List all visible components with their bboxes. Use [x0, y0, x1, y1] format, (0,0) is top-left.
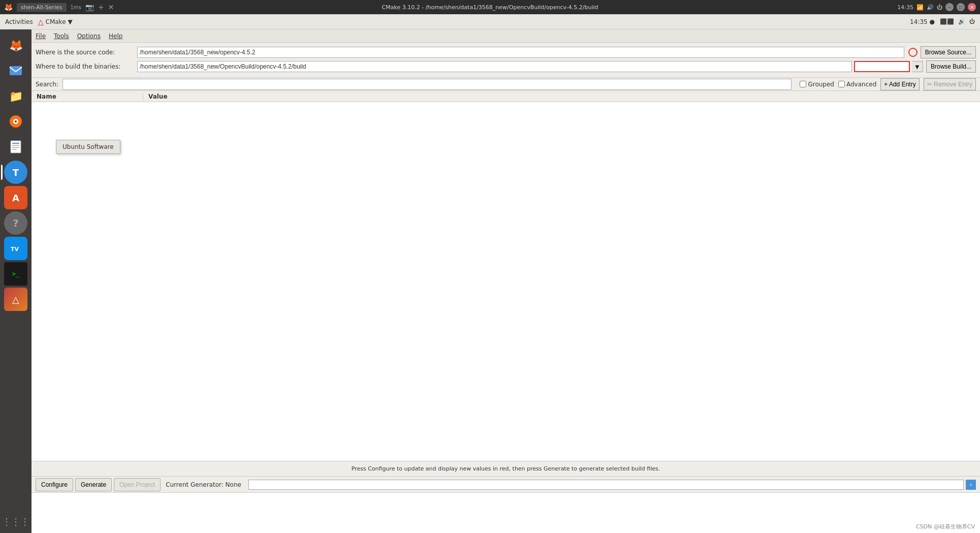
build-input[interactable] [137, 61, 852, 72]
status-message: Press Configure to update and display ne… [352, 465, 660, 472]
menu-tools[interactable]: Tools [54, 33, 69, 40]
col-name-header: Name [31, 93, 143, 100]
maximize-btn[interactable]: □ [957, 3, 965, 11]
system-tray: ⬛⬛ 🔊 ⏻ [940, 18, 975, 25]
close-btn[interactable]: ✕ [968, 3, 976, 11]
progress-bar [248, 480, 964, 490]
search-row: Search: Grouped Advanced + Add Entry ✂ R… [31, 78, 980, 91]
build-input-container: ▼ [137, 61, 923, 72]
cmake-menu[interactable]: △ CMake ▼ [38, 18, 73, 26]
source-input[interactable] [137, 47, 904, 58]
grouped-option[interactable]: Grouped [800, 81, 834, 88]
cmake-menu-label[interactable]: CMake [46, 18, 66, 25]
form-area: Where is the source code: Browse Source.… [31, 43, 980, 78]
sidebar-item-teamviewer[interactable]: TV [4, 237, 27, 260]
volume-tray-icon: 🔊 [958, 18, 965, 25]
network-tray-icon: ⬛⬛ [940, 18, 954, 25]
build-row: Where to build the binaries: ▼ Browse Bu… [36, 60, 976, 73]
sidebar-item-terminal[interactable]: >_ [4, 262, 27, 286]
search-options: Grouped Advanced + Add Entry ✂ Remove En… [800, 78, 976, 90]
source-code-row: Where is the source code: Browse Source.… [36, 46, 976, 59]
browse-source-btn[interactable]: Browse Source... [921, 46, 976, 58]
sidebar-item-mail[interactable] [4, 59, 27, 82]
main-layout: 🦊 📁 T A ? TV >_ △ ⋮⋮⋮ File [0, 29, 980, 533]
app-icon: 🦊 [4, 3, 13, 11]
build-label: Where to build the binaries: [36, 63, 137, 70]
tab-label[interactable]: shen-All-Series [17, 3, 67, 12]
system-time: 14:35 ● [910, 18, 935, 25]
activities-button[interactable]: Activities [5, 18, 33, 25]
sidebar-item-help[interactable]: ? [4, 211, 27, 235]
menu-options[interactable]: Options [77, 33, 101, 40]
col-value-header: Value [143, 93, 980, 100]
sidebar-item-files[interactable]: 📁 [4, 84, 27, 108]
table-area [31, 102, 980, 461]
bottom-buttons: Configure Generate Open Project Current … [31, 476, 980, 492]
title-bar-right: 14:35 📶 🔊 ⏻ − □ ✕ [897, 3, 976, 11]
open-project-btn: Open Project [114, 478, 161, 491]
status-bar: Press Configure to update and display ne… [31, 461, 980, 476]
tab-icon: 📷 [85, 3, 94, 11]
power-tray-icon: ⏻ [969, 18, 975, 25]
minimize-btn[interactable]: − [945, 3, 954, 11]
cmake-menu-arrow: ▼ [68, 18, 73, 25]
remove-entry-btn[interactable]: ✂ Remove Entry [924, 78, 976, 90]
browse-build-btn[interactable]: Browse Build... [926, 60, 976, 73]
sidebar-item-teamviewer-t[interactable]: T [4, 161, 27, 184]
sidebar-item-firefox[interactable]: 🦊 [4, 34, 27, 57]
extra-input[interactable] [854, 61, 910, 72]
sidebar-item-cmake[interactable]: △ [4, 288, 27, 311]
ubuntu-software-popup[interactable]: Ubuntu Software [56, 140, 120, 154]
grouped-checkbox[interactable] [800, 81, 806, 87]
volume-icon: 🔊 [927, 4, 934, 11]
output-area [31, 492, 980, 533]
search-input[interactable] [62, 79, 792, 90]
cmake-window: File Tools Options Help Where is the sou… [31, 29, 980, 533]
clock: 14:35 [910, 18, 928, 25]
grouped-label: Grouped [808, 81, 834, 88]
source-indicator [908, 48, 918, 57]
add-tab-btn[interactable]: + [98, 3, 104, 11]
menu-help[interactable]: Help [109, 33, 122, 40]
search-label: Search: [36, 81, 58, 88]
cmake-icon-small: △ [38, 18, 44, 26]
source-input-container [137, 47, 918, 58]
sidebar-bottom: ⋮⋮⋮ [2, 516, 29, 533]
title-bar: 🦊 shen-All-Series 1ms 📷 + ✕ CMake 3.10.2… [0, 0, 980, 14]
sidebar-item-rhythmbox[interactable] [4, 110, 27, 133]
svg-rect-0 [10, 66, 22, 75]
signal-label: 1ms [71, 5, 81, 10]
cmake-menubar: File Tools Options Help [31, 29, 980, 43]
ubuntu-software-label: Ubuntu Software [62, 143, 114, 150]
window-title: CMake 3.10.2 - /home/shen/data1/3568_new… [382, 4, 598, 11]
sidebar-item-appstore[interactable]: A [4, 186, 27, 209]
advanced-label: Advanced [846, 81, 876, 88]
close-tab-btn[interactable]: ✕ [108, 3, 114, 11]
add-entry-btn[interactable]: + Add Entry [880, 78, 919, 90]
svg-rect-4 [11, 141, 21, 153]
gnome-panel: Activities △ CMake ▼ 14:35 ● ⬛⬛ 🔊 ⏻ [0, 14, 980, 29]
configure-btn[interactable]: Configure [36, 478, 73, 491]
sidebar-item-writer[interactable] [4, 135, 27, 159]
csdn-watermark: CSDN @硅基生物养CV [916, 523, 975, 530]
svg-text:TV: TV [11, 246, 19, 253]
current-generator-label: Current Generator: None [166, 481, 241, 488]
network-icon: 📶 [916, 4, 924, 11]
title-bar-left: 🦊 shen-All-Series 1ms 📷 + ✕ [4, 3, 114, 12]
advanced-checkbox[interactable] [838, 81, 845, 87]
power-icon: ⏻ [937, 4, 942, 11]
dropdown-arrow[interactable]: ▼ [912, 61, 923, 72]
sidebar: 🦊 📁 T A ? TV >_ △ ⋮⋮⋮ [0, 29, 31, 533]
menu-file[interactable]: File [36, 33, 46, 40]
right-arrow-btn[interactable]: › [966, 480, 976, 490]
advanced-option[interactable]: Advanced [838, 81, 876, 88]
generate-btn[interactable]: Generate [75, 478, 112, 491]
source-label: Where is the source code: [36, 49, 137, 56]
svg-point-3 [15, 120, 17, 122]
table-header: Name Value [31, 91, 980, 102]
time-display: 14:35 [897, 4, 913, 11]
show-applications-btn[interactable]: ⋮⋮⋮ [2, 516, 29, 527]
